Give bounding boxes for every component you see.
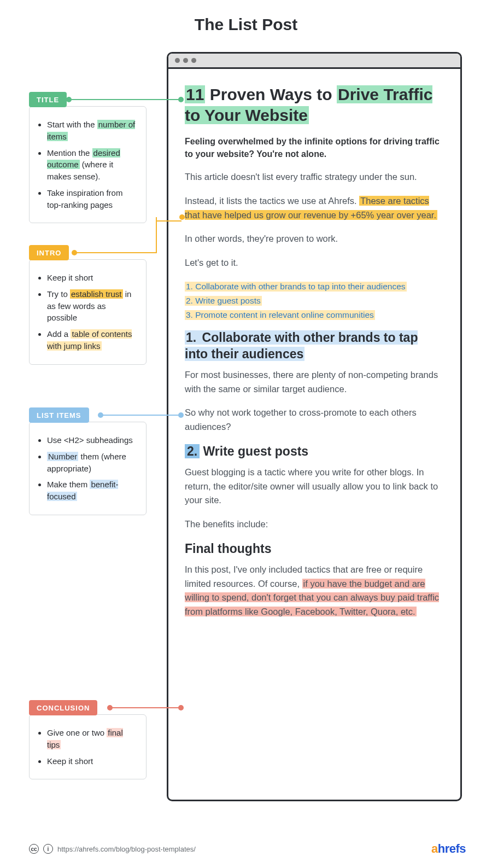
- article-title: 11 Proven Ways to Drive Traffic to Your …: [185, 84, 444, 125]
- callout-intro: INTRO Keep it short Try to establish tru…: [29, 245, 147, 365]
- toc-link[interactable]: 3. Promote content in relevant online co…: [185, 310, 375, 320]
- table-of-contents: 1. Collaborate with other brands to tap …: [185, 279, 444, 322]
- callout-title: TITLE Start with the number of items Men…: [29, 92, 147, 223]
- callout-card: Give one or two final tips Keep it short: [29, 714, 147, 779]
- cc-icon: cc: [29, 844, 39, 854]
- article-body: 11 Proven Ways to Drive Traffic to Your …: [168, 69, 460, 640]
- heading-text: Write guest posts: [200, 444, 308, 458]
- tip-item: Make them benefit-focused: [47, 479, 137, 503]
- section-heading: 2. Write guest posts: [185, 444, 444, 460]
- tip-text: Mention the: [47, 148, 92, 158]
- tip-text: Try to: [47, 289, 70, 299]
- traffic-light-icon: [191, 58, 196, 63]
- footer-attribution: cc i https://ahrefs.com/blog/blog-post-t…: [29, 844, 196, 854]
- callout-tag: TITLE: [29, 92, 67, 107]
- logo-a: a: [431, 842, 438, 855]
- callout-tag: CONCLUSION: [29, 700, 97, 715]
- intro-para: Let's get to it.: [185, 256, 444, 270]
- section-para: For most businesses, there are plenty of…: [185, 368, 444, 396]
- heading-number: 2.: [185, 444, 200, 458]
- tip-text: Make them: [47, 480, 90, 489]
- tip-highlight: establish trust: [70, 289, 123, 299]
- callout-tag: LIST ITEMS: [29, 407, 89, 423]
- title-number: 11: [185, 85, 205, 103]
- tip-item: Number them (where appropriate): [47, 451, 137, 475]
- callout-list-items: LIST ITEMS Use <H2> subheadings Number t…: [29, 407, 147, 515]
- intro-para: This article doesn't list every traffic …: [185, 170, 444, 184]
- callout-conclusion: CONCLUSION Give one or two final tips Ke…: [29, 700, 147, 779]
- section-heading: 1. Collaborate with other brands to tap …: [185, 330, 444, 363]
- title-mid: Proven Ways to: [205, 85, 337, 103]
- heading-text: Collaborate with other brands to tap int…: [185, 330, 418, 361]
- traffic-light-icon: [183, 58, 188, 63]
- tip-item: Start with the number of items: [47, 119, 137, 143]
- window-chrome: [168, 54, 460, 69]
- callout-card: Use <H2> subheadings Number them (where …: [29, 422, 147, 515]
- intro-para: In other words, they're proven to work.: [185, 232, 444, 246]
- heading-number: 1.: [185, 330, 197, 345]
- page-title: The List Post: [0, 15, 492, 34]
- final-thoughts-heading: Final thoughts: [185, 541, 444, 557]
- tip-item: Give one or two final tips: [47, 727, 137, 751]
- callout-card: Keep it short Try to establish trust in …: [29, 259, 147, 365]
- intro-bold: Feeling overwhelmed by the infinite opti…: [185, 135, 444, 160]
- footer-url: https://ahrefs.com/blog/blog-post-templa…: [57, 845, 196, 853]
- tip-item: Add a table of contents with jump links: [47, 328, 137, 352]
- tip-text: Add a: [47, 329, 71, 339]
- tip-item: Use <H2> subheadings: [47, 434, 137, 446]
- by-icon: i: [43, 844, 53, 854]
- intro-para: Instead, it lists the tactics we use at …: [185, 194, 444, 222]
- conclusion-para: In this post, I've only included tactics…: [185, 563, 444, 619]
- tip-item: Mention the desired outcome (where it ma…: [47, 147, 137, 183]
- section-para: Guest blogging is a tactic where you wri…: [185, 465, 444, 508]
- toc-link[interactable]: 2. Write guest posts: [185, 296, 262, 306]
- tip-text: Start with the: [47, 120, 97, 129]
- section-para: So why not work together to cross-promot…: [185, 406, 444, 434]
- callout-card: Start with the number of items Mention t…: [29, 106, 147, 223]
- tip-item: Keep it short: [47, 272, 137, 284]
- tip-item: Try to establish trust in as few words a…: [47, 288, 137, 324]
- tip-text: Give one or two: [47, 728, 107, 737]
- intro-text: Instead, it lists the tactics we use at …: [185, 196, 357, 206]
- ahrefs-logo: ahrefs: [431, 842, 466, 856]
- callout-tag: INTRO: [29, 245, 69, 260]
- logo-rest: hrefs: [438, 842, 466, 855]
- traffic-light-icon: [175, 58, 180, 63]
- tip-item: Keep it short: [47, 755, 137, 767]
- section-para: The benefits include:: [185, 517, 444, 532]
- browser-frame: 11 Proven Ways to Drive Traffic to Your …: [167, 52, 462, 801]
- tip-highlight: Number: [47, 452, 78, 461]
- toc-link[interactable]: 1. Collaborate with other brands to tap …: [185, 282, 407, 292]
- tip-item: Take inspiration from top-ranking pages: [47, 187, 137, 211]
- footer: cc i https://ahrefs.com/blog/blog-post-t…: [29, 842, 466, 856]
